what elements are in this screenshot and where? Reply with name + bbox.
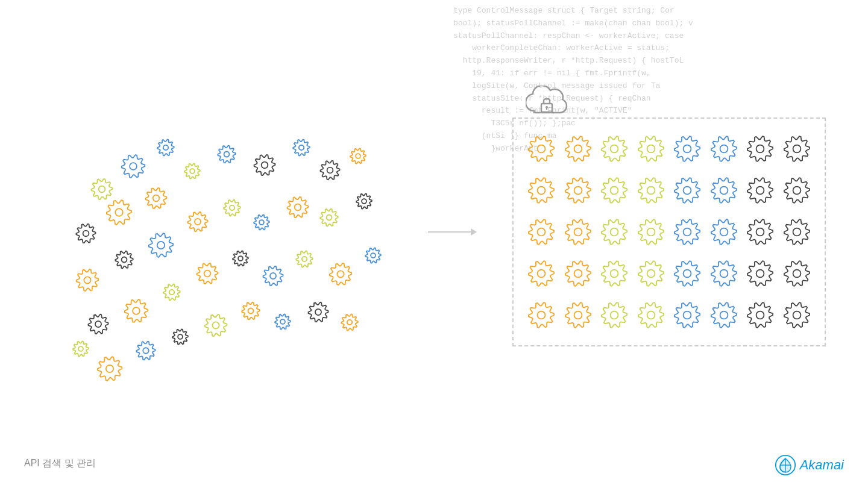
scatter-gear-7 xyxy=(217,145,236,164)
svg-point-47 xyxy=(720,145,728,153)
svg-point-43 xyxy=(574,145,582,153)
scatter-gear-38 xyxy=(72,340,89,357)
svg-point-22 xyxy=(133,307,140,314)
svg-point-70 xyxy=(684,269,691,277)
grid-gear-13 xyxy=(710,177,738,204)
svg-point-6 xyxy=(190,169,195,174)
svg-point-52 xyxy=(611,187,618,195)
bottom-label: API 검색 및 관리 xyxy=(24,457,96,470)
svg-point-61 xyxy=(647,228,655,236)
scatter-gear-25 xyxy=(232,250,249,267)
scatter-gear-27 xyxy=(295,250,313,268)
svg-point-71 xyxy=(720,269,728,277)
grid-gear-22 xyxy=(746,218,774,246)
svg-point-2 xyxy=(163,145,168,150)
gear-grid xyxy=(526,131,813,333)
grid-gear-31 xyxy=(783,260,811,287)
svg-point-3 xyxy=(83,231,89,237)
svg-point-7 xyxy=(224,152,230,157)
grid-gear-8 xyxy=(527,177,555,204)
svg-point-62 xyxy=(684,228,691,236)
svg-point-21 xyxy=(95,321,101,327)
svg-point-10 xyxy=(327,167,333,174)
svg-point-55 xyxy=(720,187,728,195)
grid-gear-39 xyxy=(783,301,811,329)
grid-gear-33 xyxy=(564,301,592,329)
grid-gear-6 xyxy=(746,135,774,163)
scatter-gear-3 xyxy=(75,223,96,244)
svg-point-14 xyxy=(157,242,165,249)
scatter-gear-24 xyxy=(196,262,219,285)
scatter-gear-2 xyxy=(157,139,175,157)
svg-point-9 xyxy=(299,145,304,150)
grid-gear-35 xyxy=(637,301,665,329)
svg-point-18 xyxy=(295,204,301,211)
svg-point-57 xyxy=(793,187,800,195)
svg-point-66 xyxy=(538,269,546,277)
scatter-gear-35 xyxy=(274,313,291,330)
svg-point-72 xyxy=(756,269,764,277)
scatter-gear-0 xyxy=(90,178,113,201)
scatter-gear-13 xyxy=(115,250,134,269)
grid-gear-11 xyxy=(637,177,665,204)
scatter-gear-36 xyxy=(307,301,329,323)
svg-point-51 xyxy=(574,187,582,195)
grid-gear-7 xyxy=(783,135,811,163)
svg-point-64 xyxy=(756,228,764,236)
svg-point-34 xyxy=(248,308,254,314)
svg-point-17 xyxy=(259,220,264,225)
svg-point-19 xyxy=(327,215,332,221)
svg-point-31 xyxy=(143,348,149,354)
svg-point-5 xyxy=(153,195,160,202)
grid-gear-10 xyxy=(600,177,628,204)
svg-point-28 xyxy=(337,271,344,277)
grid-gear-18 xyxy=(600,218,628,246)
svg-point-60 xyxy=(611,228,618,236)
svg-point-4 xyxy=(115,208,123,216)
scatter-gear-6 xyxy=(184,163,201,180)
svg-point-37 xyxy=(347,320,352,325)
grid-gear-4 xyxy=(673,135,701,163)
svg-point-0 xyxy=(99,186,105,193)
grid-gear-32 xyxy=(527,301,555,329)
svg-point-36 xyxy=(315,309,321,315)
svg-point-80 xyxy=(756,311,764,319)
scatter-gear-30 xyxy=(96,355,123,382)
grid-gear-20 xyxy=(673,218,701,246)
main-content xyxy=(0,0,868,488)
scatter-gear-33 xyxy=(204,313,228,337)
scatter-gear-11 xyxy=(350,148,366,164)
cloud-lock-icon xyxy=(526,86,568,119)
scatter-gear-10 xyxy=(319,160,341,181)
svg-point-33 xyxy=(212,322,219,328)
grid-gear-16 xyxy=(527,218,555,246)
svg-point-46 xyxy=(684,145,691,153)
grid-gear-19 xyxy=(637,218,665,246)
diagram-container xyxy=(42,105,826,358)
svg-point-50 xyxy=(538,187,546,195)
akamai-logo: Akamai xyxy=(775,454,844,476)
grid-gear-21 xyxy=(710,218,738,246)
svg-point-68 xyxy=(611,269,618,277)
scatter-gear-14 xyxy=(148,232,174,258)
scatter-gear-5 xyxy=(145,187,168,210)
svg-point-16 xyxy=(230,205,234,210)
grid-gear-23 xyxy=(783,218,811,246)
svg-point-25 xyxy=(238,256,243,261)
svg-point-81 xyxy=(793,311,800,319)
grid-gear-14 xyxy=(746,177,774,204)
scatter-gear-31 xyxy=(136,340,156,361)
scatter-gear-22 xyxy=(124,298,149,324)
scatter-gear-26 xyxy=(262,265,284,287)
scatter-gear-21 xyxy=(87,313,109,335)
scatter-gear-9 xyxy=(292,139,310,157)
svg-point-59 xyxy=(574,228,582,236)
grid-gear-34 xyxy=(600,301,628,329)
grid-gear-3 xyxy=(637,135,665,163)
svg-point-75 xyxy=(574,311,582,319)
svg-point-44 xyxy=(611,145,618,153)
svg-point-45 xyxy=(647,145,655,153)
svg-point-13 xyxy=(122,257,127,263)
scatter-gear-37 xyxy=(341,313,359,331)
svg-rect-41 xyxy=(546,108,547,110)
